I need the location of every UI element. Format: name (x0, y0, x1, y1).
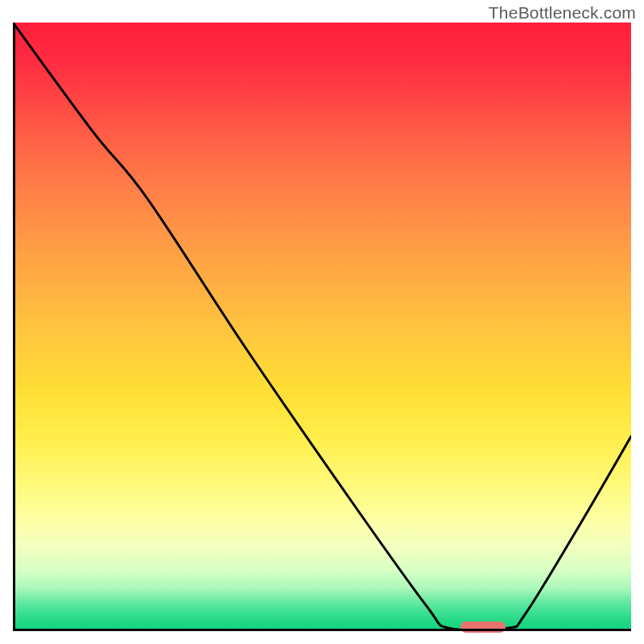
bottleneck-curve (13, 23, 631, 631)
chart-container: TheBottleneck.com (0, 0, 644, 644)
optimum-marker (460, 621, 506, 633)
watermark-text: TheBottleneck.com (489, 3, 636, 23)
